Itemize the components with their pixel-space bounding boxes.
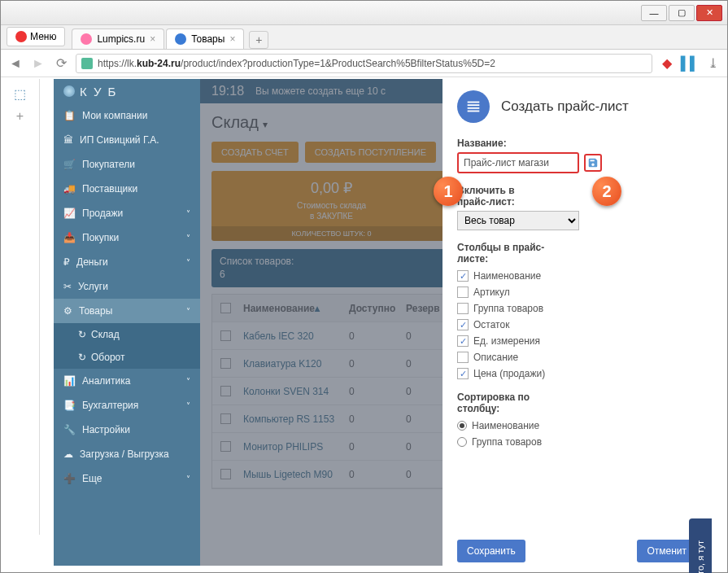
- chevron-down-icon: ˅: [186, 307, 190, 316]
- radio[interactable]: [457, 437, 467, 447]
- tab-close-icon[interactable]: ×: [229, 33, 235, 45]
- extension-icon[interactable]: ◆: [659, 55, 675, 72]
- chevron-down-icon[interactable]: ▾: [263, 119, 268, 130]
- checkbox[interactable]: [457, 303, 469, 314]
- sidebar-item[interactable]: 🔧Настройки: [54, 418, 200, 442]
- chevron-down-icon: ˅: [186, 258, 190, 267]
- select-all-checkbox[interactable]: [220, 303, 231, 313]
- browser-tab[interactable]: Товары ×: [166, 28, 244, 49]
- sidebar-item[interactable]: 📋Мои компании: [54, 103, 200, 128]
- sidebar-subitem[interactable]: ↻Склад: [54, 323, 200, 346]
- col-name[interactable]: Наименование▴: [238, 303, 344, 314]
- sidebar-item[interactable]: ☁Загрузка / Выгрузка: [54, 442, 200, 466]
- nav-label: Товары: [79, 305, 112, 317]
- column-option[interactable]: Ед. измерения: [457, 333, 696, 349]
- app-sidebar: К У Б 📋Мои компании🏛ИП Сивицкий Г.А.🛒Пок…: [54, 79, 200, 566]
- column-option[interactable]: Группа товаров: [457, 300, 696, 317]
- sidebar-item[interactable]: 📊Аналитика˅: [54, 369, 200, 393]
- column-option[interactable]: Остаток: [457, 317, 696, 333]
- svg-rect-3: [468, 111, 480, 112]
- cell-name[interactable]: Клавиатура K120: [238, 358, 344, 370]
- annotation-marker-2: 2: [592, 177, 621, 206]
- col-available[interactable]: Доступно: [344, 303, 401, 314]
- new-tab-button[interactable]: +: [249, 31, 268, 49]
- card-value: 0,00 ₽: [216, 179, 447, 197]
- save-button[interactable]: Сохранить: [457, 540, 525, 562]
- pricelist-name-input[interactable]: [457, 152, 579, 173]
- sidebar-item[interactable]: 🚚Поставщики: [54, 177, 200, 201]
- cell-name[interactable]: Мышь Ligetech M90: [238, 469, 344, 480]
- column-option[interactable]: Описание: [457, 349, 696, 365]
- row-checkbox[interactable]: [220, 358, 231, 369]
- download-icon[interactable]: ⤓: [704, 55, 721, 72]
- checkbox[interactable]: [457, 319, 469, 330]
- browser-menu-button[interactable]: Меню: [7, 27, 65, 46]
- cancel-button[interactable]: Отменит: [637, 540, 696, 562]
- cell-available: 0: [344, 441, 401, 453]
- url-text: https://lk.kub-24.ru/product/index?produ…: [98, 58, 495, 69]
- sidebar-item[interactable]: ₽Деньги˅: [54, 250, 200, 274]
- sort-option[interactable]: Наименование: [457, 418, 696, 434]
- checkbox-label: Артикул: [473, 286, 510, 298]
- sidebar-item[interactable]: 📑Бухгалтерия˅: [54, 393, 200, 418]
- nav-sub-label: Оборот: [91, 352, 124, 363]
- sidebar-item[interactable]: 📈Продажи˅: [54, 201, 200, 225]
- row-checkbox[interactable]: [220, 441, 231, 452]
- checkbox-label: Ед. измерения: [473, 335, 540, 347]
- window-close-button[interactable]: ✕: [696, 5, 722, 21]
- browser-tab[interactable]: Lumpics.ru ×: [72, 28, 164, 49]
- address-bar[interactable]: https://lk.kub-24.ru/product/index?produ…: [76, 54, 652, 73]
- create-receipt-button[interactable]: СОЗДАТЬ ПОСТУПЛЕНИЕ: [305, 142, 436, 163]
- column-option[interactable]: Наименование: [457, 268, 696, 284]
- cell-available: 0: [344, 469, 401, 480]
- svg-rect-0: [468, 102, 480, 103]
- nav-label: Деньги: [76, 256, 108, 268]
- checkbox[interactable]: [457, 270, 469, 282]
- row-checkbox[interactable]: [220, 386, 231, 396]
- cell-name[interactable]: Компьютер RS 1153: [238, 413, 344, 425]
- pricelist-icon: [457, 90, 490, 123]
- checkbox[interactable]: [457, 335, 469, 347]
- checkbox[interactable]: [457, 352, 469, 363]
- sidebar-item[interactable]: ✂Услуги: [54, 274, 200, 299]
- column-option[interactable]: Артикул: [457, 284, 696, 300]
- nav-icon: ☁: [63, 448, 73, 460]
- window-minimize-button[interactable]: —: [641, 5, 667, 21]
- extension-icon[interactable]: ▌▌: [682, 55, 698, 72]
- checkbox[interactable]: [457, 368, 469, 379]
- cell-name[interactable]: Колонки SVEN 314: [238, 386, 344, 397]
- sidebar-item[interactable]: 📥Покупки˅: [54, 225, 200, 250]
- app-container: К У Б 📋Мои компании🏛ИП Сивицкий Г.А.🛒Пок…: [54, 79, 711, 566]
- radio[interactable]: [457, 421, 467, 431]
- sidebar-subitem[interactable]: ↻Оборот: [54, 346, 200, 369]
- tab-close-icon[interactable]: ×: [150, 33, 155, 45]
- row-checkbox[interactable]: [220, 413, 231, 424]
- cell-name[interactable]: Кабель IEC 320: [238, 330, 344, 342]
- create-invoice-button[interactable]: СОЗДАТЬ СЧЕТ: [211, 142, 299, 163]
- nav-forward-button[interactable]: ►: [30, 55, 46, 72]
- sidebar-item[interactable]: ➕Еще˅: [54, 466, 200, 491]
- nav-reload-button[interactable]: ⟳: [53, 55, 69, 72]
- sidebar-item[interactable]: 🏛ИП Сивицкий Г.А.: [54, 128, 200, 152]
- nav-label: Услуги: [78, 281, 108, 292]
- window-maximize-button[interactable]: ▢: [669, 5, 695, 21]
- row-checkbox[interactable]: [220, 469, 231, 479]
- checkbox[interactable]: [457, 286, 469, 298]
- sidebar-item[interactable]: 🛒Покупатели: [54, 152, 200, 177]
- nav-icon: 📈: [63, 208, 76, 219]
- save-name-button[interactable]: [584, 154, 602, 172]
- feedback-tab[interactable]: Если что, я тут: [689, 518, 712, 573]
- cell-name[interactable]: Монитор PHILIPS: [238, 441, 344, 453]
- nav-label: Аналитика: [82, 375, 130, 387]
- row-checkbox[interactable]: [220, 330, 231, 341]
- include-select[interactable]: Весь товар: [457, 211, 579, 230]
- sort-option[interactable]: Группа товаров: [457, 434, 696, 450]
- sidebar-app-icon[interactable]: ⬚: [12, 85, 28, 102]
- radio-label: Группа товаров: [472, 436, 542, 448]
- opera-icon: [15, 31, 27, 42]
- column-option[interactable]: Цена (продажи): [457, 365, 696, 382]
- sidebar-add-icon[interactable]: +: [12, 108, 28, 125]
- sidebar-item[interactable]: ⚙Товары˅: [54, 299, 200, 323]
- nav-back-button[interactable]: ◄: [7, 55, 24, 72]
- nav-icon: ✂: [63, 281, 72, 292]
